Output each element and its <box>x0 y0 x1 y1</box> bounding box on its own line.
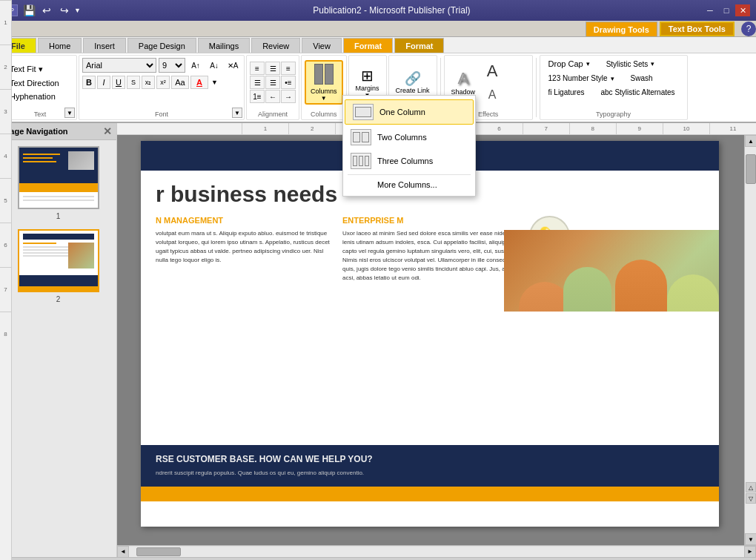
decrease-indent-button[interactable]: ← <box>265 90 280 103</box>
window-title: Publication2 - Microsoft Publisher (Tria… <box>81 5 703 16</box>
bullets-button[interactable]: •≡ <box>281 76 296 89</box>
decrease-font-icon[interactable]: A↓ <box>206 57 222 73</box>
font-group-label: Font <box>79 111 244 118</box>
hyphenation-button[interactable]: Hyphenation <box>7 90 62 102</box>
page-thumbnail-1[interactable] <box>18 146 99 209</box>
scroll-down-button[interactable]: ▼ <box>745 533 756 545</box>
h-scroll-thumb[interactable] <box>136 547 181 556</box>
ribbon-tab-bar: File Home Insert Page Design Mailings Re… <box>0 37 756 53</box>
align-justify-button[interactable]: ☰ <box>250 76 265 89</box>
typo-top-row: Drop Cap ▾ Stylistic Sets ▾ <box>543 57 660 70</box>
group-typography: Drop Cap ▾ Stylistic Sets ▾ 123 Number S… <box>540 55 688 120</box>
save-icon[interactable]: 💾 <box>21 2 37 19</box>
subscript-button[interactable]: x₂ <box>142 76 155 89</box>
text-fit-button[interactable]: Text Fit ▾ <box>7 63 62 76</box>
three-columns-label: Three Columns <box>377 157 433 165</box>
numbering-button[interactable]: 1≡ <box>250 90 265 103</box>
swash-button[interactable]: Swash <box>626 72 658 85</box>
align-group-label: Alignment <box>247 111 299 118</box>
increase-font-icon[interactable]: A↑ <box>188 57 204 73</box>
column-1: N MANAGEMENT volutpat eum mara ut s. Ali… <box>156 216 331 312</box>
scroll-up-button[interactable]: ▲ <box>745 135 756 147</box>
redo-icon[interactable]: ↪ <box>56 2 73 19</box>
group-alignment: ≡ ☰ ≡ ☰ ☰ •≡ 1≡ ← → Alignme <box>246 55 299 120</box>
help-button[interactable]: ? <box>741 22 756 36</box>
scroll-right-button[interactable]: ► <box>744 546 756 558</box>
margins-icon: ⊞ <box>361 67 374 85</box>
scroll-extra-up[interactable]: △ <box>746 482 756 493</box>
tab-drawing-tools[interactable]: Drawing Tools <box>586 22 657 36</box>
one-column-item[interactable]: One Column <box>345 99 474 125</box>
text-direction-button[interactable]: Text Direction <box>7 77 62 89</box>
group-columns: Columns ▼ Columns <box>301 55 347 120</box>
stylistic-sets-button[interactable]: Stylistic Sets ▾ <box>601 57 660 70</box>
typo-bot-row: fi Ligatures abc Stylistic Alternates <box>543 86 680 99</box>
scroll-extra-down[interactable]: ▽ <box>746 493 756 504</box>
number-style-label: 123 Number Style <box>548 74 608 82</box>
drop-cap-button[interactable]: Drop Cap ▾ <box>543 57 595 70</box>
align-left-button[interactable]: ≡ <box>250 62 265 75</box>
panel-close-button[interactable]: ✕ <box>103 125 112 137</box>
dark-section: RSE CUSTOMER BASE. HOW CAN WE HELP YOU? … <box>141 445 719 487</box>
italic-button[interactable]: I <box>97 76 110 89</box>
typography-content: Drop Cap ▾ Stylistic Sets ▾ 123 Number S… <box>543 57 684 118</box>
superscript-button[interactable]: x² <box>156 76 170 89</box>
panel-title: Page Navigation <box>4 127 68 136</box>
underline-button[interactable]: U <box>112 76 125 89</box>
drop-cap-arrow[interactable]: ▾ <box>586 60 590 67</box>
change-case-button[interactable]: Aa <box>171 76 189 89</box>
undo-icon[interactable]: ↩ <box>39 2 55 19</box>
align-right-button[interactable]: ≡ <box>281 62 296 75</box>
tab-mailings[interactable]: Mailings <box>198 38 250 53</box>
number-style-button[interactable]: 123 Number Style ▾ <box>543 72 620 85</box>
quick-access-toolbar: 💾 ↩ ↪ ▼ <box>21 2 81 19</box>
strikethrough-button[interactable]: S <box>127 76 140 89</box>
maximize-button[interactable]: □ <box>719 4 734 16</box>
stylistic-alt-button[interactable]: abc Stylistic Alternates <box>595 86 680 99</box>
close-button[interactable]: ✕ <box>735 4 750 16</box>
vertical-scrollbar[interactable]: ▲ △ ▽ ▼ <box>744 135 756 545</box>
page-number-2: 2 <box>56 295 61 303</box>
page-thumbnail-2[interactable] <box>18 229 99 292</box>
title-bar-left: P 💾 ↩ ↪ ▼ <box>6 2 81 19</box>
columns-button[interactable]: Columns ▼ <box>305 60 343 105</box>
clear-format-icon[interactable]: ✕A <box>225 57 241 73</box>
font-color-arrow[interactable]: ▼ <box>210 79 219 86</box>
number-style-arrow[interactable]: ▾ <box>611 75 614 82</box>
tab-view[interactable]: View <box>302 38 342 53</box>
columns-arrow[interactable]: ▼ <box>321 95 327 102</box>
three-columns-item[interactable]: Three Columns <box>343 149 475 173</box>
font-color-button[interactable]: A <box>190 76 208 89</box>
two-columns-item[interactable]: Two Columns <box>343 125 475 149</box>
quick-access-arrow[interactable]: ▼ <box>74 7 81 14</box>
tab-text-box-tools[interactable]: Text Box Tools <box>660 22 735 36</box>
font-size-select[interactable]: 9 <box>159 58 185 73</box>
increase-indent-button[interactable]: → <box>281 90 296 103</box>
minimize-button[interactable]: ─ <box>703 4 717 16</box>
align-center-button[interactable]: ☰ <box>265 62 280 75</box>
big-a2-button[interactable]: A <box>482 85 503 105</box>
tab-review[interactable]: Review <box>251 38 300 53</box>
stylistic-sets-arrow[interactable]: ▾ <box>651 60 654 67</box>
scroll-thumb[interactable] <box>746 154 756 184</box>
more-columns-item[interactable]: More Columns... <box>343 177 475 193</box>
two-columns-label: Two Columns <box>377 133 427 142</box>
tab-home[interactable]: Home <box>38 38 82 53</box>
tab-page-design[interactable]: Page Design <box>127 38 196 53</box>
dark-text: ndrerit suscipit regula populus. Quae lu… <box>156 469 704 478</box>
bold-button[interactable]: B <box>82 76 96 89</box>
ligatures-button[interactable]: fi Ligatures <box>543 86 590 99</box>
font-name-select[interactable]: Arial <box>82 58 156 73</box>
tab-format-drawing[interactable]: Format <box>343 38 393 53</box>
scroll-left-button[interactable]: ◄ <box>117 546 129 558</box>
tab-insert[interactable]: Insert <box>83 38 126 53</box>
big-a-group: A A <box>482 60 503 105</box>
page-thumb-2: 2 <box>6 229 110 303</box>
typography-group-label: Typography <box>540 111 687 118</box>
text-group-expand[interactable]: ▼ <box>64 108 75 118</box>
scroll-extras: △ ▽ <box>746 482 756 504</box>
align-distributed-button[interactable]: ☰ <box>265 76 280 89</box>
tab-format-textbox[interactable]: Format <box>394 38 444 53</box>
big-a1-button[interactable]: A <box>482 60 503 82</box>
font-group-expand[interactable]: ▼ <box>232 108 242 118</box>
